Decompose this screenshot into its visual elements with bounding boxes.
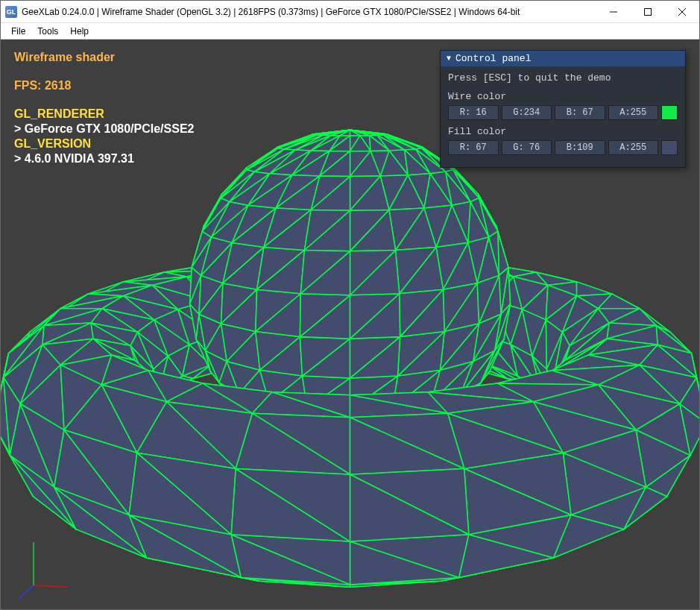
- titlebar[interactable]: GL GeeXLab 0.24.0.0 | Wireframe Shader (…: [1, 1, 699, 23]
- gl-version-label: GL_VERSION: [14, 136, 194, 151]
- control-panel[interactable]: ▼ Control panel Press [ESC] to quit the …: [440, 50, 686, 168]
- minimize-button[interactable]: [596, 1, 631, 22]
- overlay-stats: Wireframe shader FPS: 2618 GL_RENDERER >…: [14, 50, 194, 166]
- window-controls: [596, 1, 699, 22]
- fill-color-g[interactable]: G: 76: [502, 140, 552, 155]
- gl-renderer-value: > GeForce GTX 1080/PCIe/SSE2: [14, 122, 194, 136]
- app-icon: GL: [5, 6, 17, 18]
- close-button[interactable]: [665, 1, 699, 22]
- window-title: GeeXLab 0.24.0.0 | Wireframe Shader (Ope…: [22, 7, 596, 17]
- panel-header[interactable]: ▼ Control panel: [441, 51, 685, 66]
- fps-counter: FPS: 2618: [14, 78, 194, 93]
- wire-color-b[interactable]: B: 67: [555, 105, 605, 120]
- fill-color-r[interactable]: R: 67: [448, 140, 499, 155]
- wire-color-swatch[interactable]: [661, 105, 678, 120]
- fill-color-b[interactable]: B:109: [555, 140, 605, 155]
- maximize-button[interactable]: [631, 1, 665, 22]
- fill-color-a[interactable]: A:255: [608, 140, 659, 155]
- viewport-3d[interactable]: Wireframe shader FPS: 2618 GL_RENDERER >…: [1, 40, 699, 609]
- panel-instruction: Press [ESC] to quit the demo: [448, 72, 678, 84]
- wire-color-a[interactable]: A:255: [608, 105, 659, 120]
- collapse-arrow-icon: ▼: [447, 54, 451, 63]
- fill-color-row: R: 67 G: 76 B:109 A:255: [448, 140, 678, 155]
- panel-title: Control panel: [455, 53, 531, 64]
- menu-file[interactable]: File: [5, 25, 31, 38]
- gl-version-value: > 4.6.0 NVIDIA 397.31: [14, 151, 194, 166]
- wire-color-row: R: 16 G:234 B: 67 A:255: [448, 105, 678, 120]
- fill-color-label: Fill color: [448, 126, 678, 137]
- app-window: GL GeeXLab 0.24.0.0 | Wireframe Shader (…: [0, 0, 700, 610]
- menu-help[interactable]: Help: [64, 25, 95, 38]
- menubar: File Tools Help: [1, 23, 699, 40]
- panel-body: Press [ESC] to quit the demo Wire color …: [441, 66, 685, 167]
- fill-color-swatch[interactable]: [661, 140, 678, 155]
- wire-color-label: Wire color: [448, 91, 678, 102]
- wire-color-g[interactable]: G:234: [502, 105, 552, 120]
- demo-title: Wireframe shader: [14, 50, 194, 65]
- wire-color-r[interactable]: R: 16: [448, 105, 499, 120]
- svg-rect-1: [645, 8, 652, 15]
- menu-tools[interactable]: Tools: [31, 25, 64, 38]
- gl-renderer-label: GL_RENDERER: [14, 107, 194, 122]
